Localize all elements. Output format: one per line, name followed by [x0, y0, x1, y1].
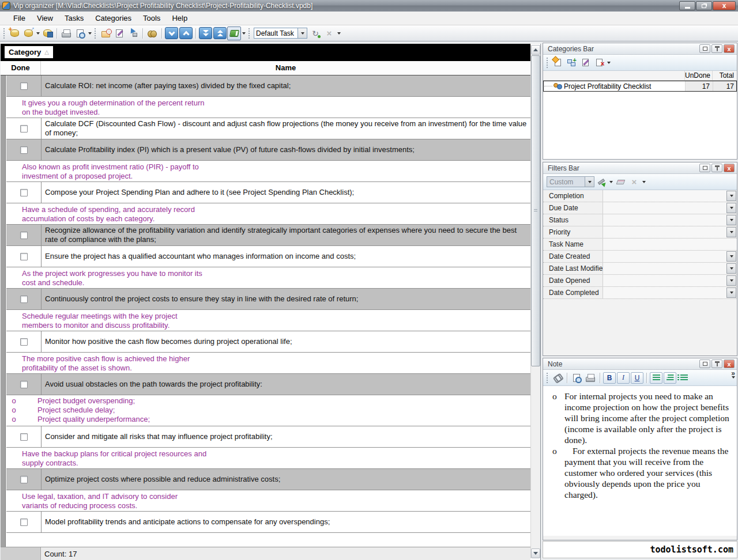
filters-toolbar-overflow[interactable]: [641, 176, 646, 188]
column-header-name[interactable]: Name: [41, 61, 530, 75]
note-print-button[interactable]: [583, 372, 597, 384]
done-checkbox[interactable]: [20, 519, 28, 526]
task-row[interactable]: Calculate Profitability index (PI) which…: [6, 139, 530, 161]
clear-filter-button[interactable]: [613, 176, 627, 188]
note-row[interactable]: The more positive cash flow is achieved …: [6, 353, 530, 374]
default-task-combo[interactable]: Default Task: [254, 28, 307, 39]
edit-category-button[interactable]: [578, 56, 592, 69]
task-row[interactable]: Calculate DCF (Discounted Cash Flow) - d…: [6, 118, 530, 139]
panel-restore-button[interactable]: [699, 164, 710, 172]
task-row[interactable]: Calculate ROI: net income (after paying …: [6, 75, 530, 97]
bold-button[interactable]: B: [603, 372, 616, 384]
filter-dropdown-button[interactable]: [726, 263, 736, 274]
close-button[interactable]: x: [713, 1, 736, 10]
filter-dropdown-button[interactable]: [726, 191, 736, 201]
edit-task-button[interactable]: [112, 27, 126, 40]
categories-toolbar-overflow[interactable]: [606, 56, 611, 69]
toolbar-grip[interactable]: [547, 58, 548, 68]
bullet-list-button[interactable]: [677, 372, 691, 384]
vertical-scrollbar[interactable]: [530, 45, 540, 558]
panel-pin-button[interactable]: [711, 360, 722, 368]
done-checkbox[interactable]: [20, 476, 28, 483]
task-row[interactable]: Recognize allowance of the profitability…: [6, 225, 530, 246]
menu-item-view[interactable]: View: [32, 12, 58, 24]
delete-template-button[interactable]: ×: [322, 27, 336, 40]
new-subcategory-button[interactable]: +: [564, 56, 578, 69]
note-row[interactable]: Use legal, taxation, and IT advisory to …: [6, 490, 530, 512]
note-row[interactable]: Have a schedule of spending, and accurat…: [6, 203, 530, 225]
print-button[interactable]: [59, 27, 73, 40]
task-row[interactable]: Monitor how positive the cash flow becom…: [6, 331, 530, 353]
column-total[interactable]: Total: [713, 71, 737, 80]
filter-dropdown-button[interactable]: [726, 203, 736, 213]
toolbar-grip[interactable]: [3, 28, 5, 39]
note-editor[interactable]: oFor internal projects you need to make …: [543, 386, 737, 536]
group-header-category[interactable]: Category △: [5, 46, 53, 58]
filter-dropdown-button[interactable]: [726, 275, 736, 286]
minimize-button[interactable]: [679, 1, 695, 10]
task-row[interactable]: Optimize project costs where possible an…: [6, 469, 530, 490]
task-row[interactable]: Compose your Project Spending Plan and a…: [6, 182, 530, 203]
done-checkbox[interactable]: [20, 232, 28, 239]
note-preview-button[interactable]: [570, 372, 583, 384]
delete-task-button[interactable]: [126, 27, 140, 40]
save-filter-dropdown[interactable]: [608, 176, 613, 188]
scroll-down-button[interactable]: [531, 548, 540, 558]
delete-category-button[interactable]: [592, 56, 606, 69]
default-task-value[interactable]: Default Task: [254, 28, 298, 39]
move-up-button[interactable]: [179, 27, 193, 39]
filter-value[interactable]: [603, 275, 726, 286]
menu-item-tasks[interactable]: Tasks: [59, 12, 89, 24]
panel-close-button[interactable]: x: [724, 44, 735, 53]
done-checkbox[interactable]: [20, 433, 28, 441]
done-checkbox[interactable]: [20, 82, 28, 90]
filter-value[interactable]: [603, 239, 737, 250]
default-task-dropdown[interactable]: [298, 28, 307, 39]
move-to-top-button[interactable]: [213, 27, 227, 39]
new-category-button[interactable]: [551, 56, 564, 69]
apply-template-button[interactable]: ↻: [308, 27, 322, 40]
align-right-button[interactable]: [664, 372, 676, 384]
scroll-up-button[interactable]: [531, 45, 540, 55]
done-checkbox[interactable]: [20, 189, 28, 196]
panel-restore-button[interactable]: [699, 44, 710, 53]
done-checkbox[interactable]: [20, 296, 28, 303]
category-row[interactable]: Project Profitability Checklist1717: [543, 81, 737, 92]
filter-value[interactable]: [603, 287, 726, 298]
note-row[interactable]: Also known as profit investment ratio (P…: [6, 161, 530, 182]
save-database-button[interactable]: [40, 27, 54, 40]
save-filter-button[interactable]: [594, 176, 608, 188]
note-row[interactable]: oProject budget overspending;oProject sc…: [6, 395, 530, 426]
move-down-button[interactable]: [165, 27, 178, 39]
menu-item-help[interactable]: Help: [167, 12, 193, 24]
print-preview-button[interactable]: [73, 27, 87, 40]
filter-value[interactable]: [603, 214, 726, 226]
note-row[interactable]: Have the backup plans for critical proje…: [6, 448, 530, 469]
panel-pin-button[interactable]: [711, 164, 722, 172]
filter-dropdown-button[interactable]: [726, 287, 736, 298]
move-to-bottom-button[interactable]: [199, 27, 212, 39]
task-row[interactable]: Consider and mitigate all risks that may…: [6, 426, 530, 448]
align-left-button[interactable]: [650, 372, 662, 384]
task-row[interactable]: Model profitability trends and anticipat…: [6, 512, 530, 533]
show-notes-toggle[interactable]: [227, 27, 241, 40]
menu-item-categories[interactable]: Categories: [90, 12, 137, 24]
find-button[interactable]: [145, 27, 159, 40]
toolbar-grip[interactable]: [248, 28, 250, 39]
toolbar-grip[interactable]: [547, 373, 548, 383]
done-checkbox[interactable]: [20, 125, 28, 133]
task-row[interactable]: Ensure the project has a qualified accou…: [6, 246, 530, 267]
note-toolbar-overflow[interactable]: »: [731, 370, 735, 379]
done-checkbox[interactable]: [20, 146, 28, 154]
filter-dropdown-button[interactable]: [726, 227, 736, 237]
note-row[interactable]: It gives you a rough determination of th…: [6, 97, 530, 118]
scrollbar-thumb[interactable]: [531, 55, 540, 366]
italic-button[interactable]: I: [617, 372, 630, 384]
underline-button[interactable]: U: [631, 372, 643, 384]
note-row[interactable]: Schedule regular meetings with the key p…: [6, 310, 530, 331]
done-checkbox[interactable]: [20, 253, 28, 260]
insert-link-button[interactable]: [551, 372, 564, 384]
column-undone[interactable]: UnDone: [685, 71, 713, 80]
menu-item-file[interactable]: File: [8, 12, 31, 24]
new-task-button[interactable]: [99, 27, 112, 40]
